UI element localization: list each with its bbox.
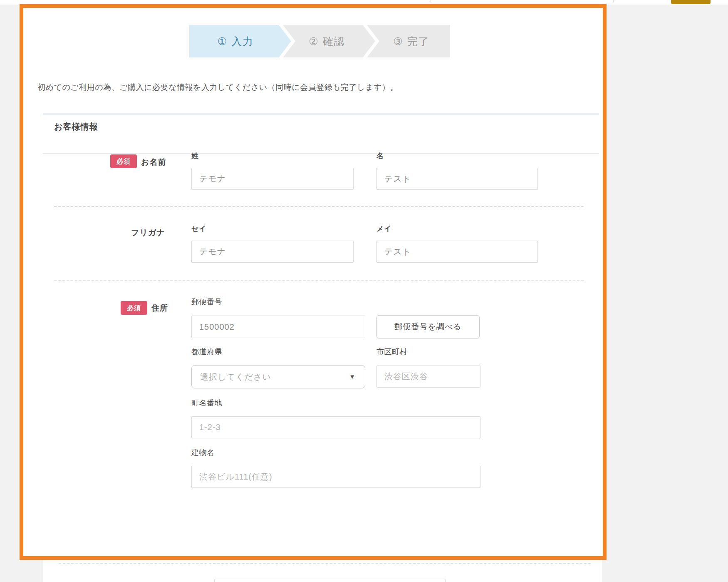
next-field-input-partial[interactable] bbox=[214, 579, 446, 582]
postal-code-input[interactable] bbox=[191, 316, 365, 338]
prefecture-label: 都道府県 bbox=[191, 347, 222, 357]
step-input[interactable]: ① 入力 bbox=[189, 25, 291, 57]
prefecture-selected-value: 選択してください bbox=[200, 372, 271, 381]
first-kana-label: メイ bbox=[376, 224, 391, 234]
postal-lookup-button[interactable]: 郵便番号を調べる bbox=[376, 315, 480, 338]
last-name-label: 姓 bbox=[191, 151, 199, 161]
address-row-label: 住所 bbox=[151, 303, 168, 313]
last-name-input[interactable] bbox=[191, 168, 354, 190]
panel-title: お客様情報 bbox=[54, 121, 98, 132]
required-badge: 必須 bbox=[121, 301, 147, 315]
first-kana-input[interactable] bbox=[376, 241, 538, 263]
row-divider bbox=[59, 563, 591, 564]
last-kana-label: セイ bbox=[191, 224, 206, 234]
city-label: 市区町村 bbox=[376, 347, 407, 357]
furigana-row-label: フリガナ bbox=[131, 227, 165, 238]
prefecture-select[interactable]: 選択してください ▼ bbox=[191, 365, 365, 388]
building-input[interactable] bbox=[191, 466, 480, 488]
checkout-page: ① 入力 ② 確認 ③ 完了 初めてのご利用の為、ご購入に必要な情報を入力してく… bbox=[0, 0, 728, 582]
chevron-down-icon: ▼ bbox=[349, 366, 356, 388]
row-divider bbox=[54, 280, 584, 281]
search-input[interactable] bbox=[431, 0, 614, 3]
street-input[interactable] bbox=[191, 416, 480, 438]
top-gold-button[interactable] bbox=[671, 0, 711, 4]
name-row-label: お名前 bbox=[141, 157, 166, 168]
required-badge: 必須 bbox=[110, 154, 137, 168]
last-kana-input[interactable] bbox=[191, 241, 354, 263]
street-label: 町名番地 bbox=[191, 398, 222, 408]
annotation-highlight-box: ① 入力 ② 確認 ③ 完了 初めてのご利用の為、ご購入に必要な情報を入力してく… bbox=[20, 4, 607, 560]
city-input[interactable] bbox=[376, 366, 480, 388]
panel-title-divider bbox=[43, 153, 599, 154]
checkout-stepper: ① 入力 ② 確認 ③ 完了 bbox=[189, 25, 450, 57]
postal-code-label: 郵便番号 bbox=[191, 297, 222, 307]
first-name-label: 名 bbox=[376, 151, 384, 161]
step-confirm[interactable]: ② 確認 bbox=[283, 25, 375, 57]
row-divider bbox=[54, 206, 584, 207]
first-name-input[interactable] bbox=[376, 168, 538, 190]
step-complete[interactable]: ③ 完了 bbox=[367, 25, 450, 57]
intro-text: 初めてのご利用の為、ご購入に必要な情報を入力してください（同時に会員登録も完了し… bbox=[37, 82, 398, 93]
customer-info-panel: お客様情報 必須 お名前 姓 名 フリガナ セイ メイ 必須 住所 郵便番号 郵… bbox=[43, 113, 599, 556]
building-label: 建物名 bbox=[191, 448, 215, 458]
